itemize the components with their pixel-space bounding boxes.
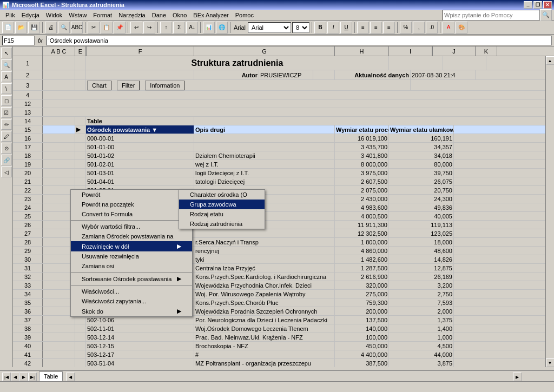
menu-plik[interactable]: Plik bbox=[2, 11, 18, 19]
help-search-button[interactable]: 🔍 bbox=[540, 9, 552, 21]
menu-pomoc[interactable]: Pomoc bbox=[232, 11, 257, 19]
context-menu: Powrót Powrót na początek Convert to For… bbox=[70, 189, 193, 317]
cut-button[interactable]: ✂ bbox=[88, 22, 100, 34]
vertical-scrollbar[interactable]: ▲ ▼ bbox=[545, 56, 554, 367]
fontsize-select[interactable]: 8 bbox=[292, 22, 309, 33]
preview-button[interactable]: 🔍 bbox=[58, 22, 70, 34]
col-header-h[interactable]: H bbox=[335, 46, 389, 56]
prev-sheet-button[interactable]: ◀ bbox=[11, 373, 19, 381]
sub-grupa[interactable]: Grupa zawodowa bbox=[179, 200, 265, 209]
menu-widok[interactable]: Widok bbox=[43, 11, 66, 19]
left-tool-10[interactable]: 🔗 bbox=[1, 155, 12, 165]
col-header-i[interactable]: I bbox=[389, 46, 432, 56]
cell-reference-box[interactable]: F15 bbox=[2, 36, 35, 45]
menu-format[interactable]: Format bbox=[90, 11, 115, 19]
ctx-powrot-start[interactable]: Powrót na początek bbox=[71, 200, 192, 209]
bold-button[interactable]: B bbox=[314, 22, 326, 34]
formula-input[interactable]: 'Ośrodek powstawania bbox=[46, 36, 552, 45]
ctx-convert[interactable]: Convert to Formula bbox=[71, 209, 192, 219]
undo-button[interactable]: ↩ bbox=[130, 22, 142, 34]
sub-charakter[interactable]: Charakter ośrodka (O bbox=[179, 190, 265, 200]
print-button[interactable]: 🖨 bbox=[45, 22, 57, 34]
minimize-button[interactable]: _ bbox=[524, 1, 532, 9]
scroll-right-button[interactable]: ▶ bbox=[513, 373, 522, 381]
hscroll-track[interactable] bbox=[75, 373, 513, 381]
left-tool-7[interactable]: ✏ bbox=[1, 119, 12, 130]
separator-5 bbox=[200, 22, 201, 33]
chart-button[interactable]: 📊 bbox=[203, 22, 215, 34]
col-header-k[interactable]: K bbox=[476, 46, 497, 56]
col-header-j[interactable]: J bbox=[432, 46, 476, 56]
align-right-button[interactable]: ≡ bbox=[383, 22, 395, 34]
ctx-wlasciw[interactable]: Właściwości... bbox=[71, 287, 192, 296]
information-button-cell[interactable]: Information bbox=[145, 81, 184, 90]
left-tool-11[interactable]: ◁ bbox=[1, 167, 12, 177]
percent-button[interactable]: % bbox=[400, 22, 412, 34]
next-sheet-button[interactable]: ▶ bbox=[19, 373, 28, 381]
window-controls[interactable]: _ ❐ ✕ bbox=[524, 1, 552, 9]
ctx-wybor[interactable]: Wybór wartości filtra... bbox=[71, 222, 192, 231]
underline-button[interactable]: U bbox=[340, 22, 352, 34]
paste-button[interactable]: 📌 bbox=[114, 22, 126, 34]
sheet-tab-table[interactable]: Table bbox=[39, 371, 63, 381]
ctx-skok[interactable]: Skok do ▶ bbox=[71, 306, 192, 316]
scroll-down-button[interactable]: ▼ bbox=[546, 358, 555, 367]
sort-az-button[interactable]: A↓ bbox=[186, 22, 198, 34]
col-header-abc[interactable]: A B C bbox=[43, 46, 75, 56]
sort-asc-button[interactable]: ↑ bbox=[160, 22, 172, 34]
scroll-left-button[interactable]: ◀ bbox=[66, 373, 75, 381]
menu-narzedzia[interactable]: Narzędzia bbox=[115, 11, 149, 19]
fill-button[interactable]: 🎨 bbox=[456, 22, 467, 34]
globe-button[interactable]: 🌐 bbox=[216, 22, 228, 34]
font-select[interactable]: Arial bbox=[248, 22, 291, 33]
ctx-powrot[interactable]: Powrót bbox=[71, 190, 192, 200]
ctx-sort[interactable]: Sortowanie Ośrodek powstawania ▶ bbox=[71, 274, 192, 284]
copy-button[interactable]: 📋 bbox=[101, 22, 113, 34]
col-header-e[interactable]: E bbox=[75, 46, 86, 56]
menu-edycja[interactable]: Edycja bbox=[18, 11, 43, 19]
ctx-zamiana[interactable]: Zamiana Ośrodek powstawania na bbox=[71, 231, 192, 241]
help-search-input[interactable] bbox=[443, 10, 540, 21]
sub-rodzaj-etatu[interactable]: Rodzaj etatu bbox=[179, 209, 265, 219]
left-tool-5[interactable]: ◻ bbox=[1, 95, 12, 106]
left-tool-8[interactable]: 🖊 bbox=[1, 131, 12, 142]
dec-increase-button[interactable]: .0 bbox=[426, 22, 438, 34]
menu-dane[interactable]: Dane bbox=[149, 11, 169, 19]
left-tool-9[interactable]: ⊙ bbox=[1, 143, 12, 154]
new-button[interactable]: 📄 bbox=[2, 22, 14, 34]
col-header-f[interactable]: F bbox=[86, 46, 194, 56]
restore-button[interactable]: ❐ bbox=[533, 1, 542, 9]
sigma-button[interactable]: Σ bbox=[173, 22, 185, 34]
left-tool-4[interactable]: \ bbox=[1, 83, 12, 94]
ctx-usun[interactable]: Usuwanie rozwinięcia bbox=[71, 251, 192, 261]
color-button[interactable]: A bbox=[443, 22, 454, 34]
left-tool-2[interactable]: 🔍 bbox=[1, 59, 12, 70]
col-header-g[interactable]: G bbox=[194, 46, 335, 56]
italic-button[interactable]: I bbox=[327, 22, 339, 34]
chart-button-cell[interactable]: Chart bbox=[87, 81, 111, 90]
left-tool-6[interactable]: ☑ bbox=[1, 107, 12, 118]
align-left-button[interactable]: ≡ bbox=[357, 22, 369, 34]
redo-button[interactable]: ↪ bbox=[143, 22, 155, 34]
sub-rodzaj-zatr[interactable]: Rodzaj zatrudnienia bbox=[179, 219, 265, 229]
filter-button-cell[interactable]: Filter bbox=[117, 81, 140, 90]
left-tool-3[interactable]: A bbox=[1, 71, 12, 82]
save-button[interactable]: 💾 bbox=[28, 22, 40, 34]
menu-okno[interactable]: Okno bbox=[169, 11, 190, 19]
left-tool-1[interactable]: ↖ bbox=[1, 48, 12, 58]
ctx-wlasciw-zap[interactable]: Właściwości zapytania... bbox=[71, 296, 192, 306]
scroll-up-button[interactable]: ▲ bbox=[546, 56, 555, 65]
last-sheet-button[interactable]: ▶| bbox=[28, 373, 37, 381]
first-sheet-button[interactable]: |◀ bbox=[2, 373, 11, 381]
scroll-track[interactable] bbox=[546, 65, 555, 358]
thousands-button[interactable]: , bbox=[413, 22, 425, 34]
ctx-zamiana-osi[interactable]: Zamiana osi bbox=[71, 261, 192, 271]
ctx-rozwin[interactable]: Rozwinięcie w dół ▶ bbox=[71, 241, 192, 251]
menu-bex[interactable]: BEx Analyzer bbox=[190, 11, 232, 19]
menu-wstaw[interactable]: Wstaw bbox=[65, 11, 90, 19]
align-center-button[interactable]: ≡ bbox=[370, 22, 382, 34]
horizontal-scrollbar[interactable]: ◀ ▶ bbox=[66, 373, 522, 381]
open-button[interactable]: 📂 bbox=[15, 22, 27, 34]
spellcheck-button[interactable]: ABC bbox=[71, 22, 83, 34]
close-button[interactable]: ✕ bbox=[543, 1, 552, 9]
